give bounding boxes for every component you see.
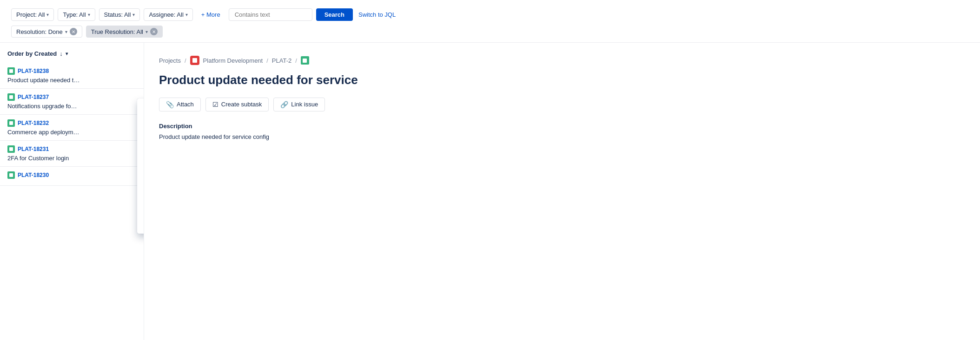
svg-rect-3 (9, 147, 13, 151)
link-issue-button[interactable]: 🔗 Link issue (273, 98, 325, 111)
contains-text-input[interactable] (229, 8, 312, 21)
true-resolution-dropdown: between 3 and Support Report ticket reso… (137, 98, 144, 234)
issue-title: 2FA for Customer login (7, 155, 136, 162)
order-chevron-icon: ▾ (66, 51, 68, 56)
filter-row-active: Resolution: Done ▾ ✕ True Resolution: Al… (11, 26, 969, 38)
more-button[interactable]: + More (197, 9, 225, 20)
subtask-icon: ☑ (212, 101, 219, 108)
link-label: Link issue (291, 101, 318, 108)
status-chevron-icon: ▾ (132, 12, 135, 17)
type-filter-label: Type: All (63, 11, 86, 18)
issue-item[interactable]: PLAT-18237 Notifications upgrade fo… (0, 89, 144, 115)
link-icon: 🔗 (280, 101, 288, 108)
issue-type-icon (7, 119, 15, 127)
type-chevron-icon: ▾ (88, 12, 90, 17)
issue-key: PLAT-18231 (18, 146, 49, 152)
attach-button[interactable]: 📎 Attach (159, 98, 201, 111)
description-section: Description Product update needed for se… (159, 123, 965, 140)
type-filter[interactable]: Type: All ▾ (58, 8, 95, 21)
assignee-filter-label: Assignee: All (149, 11, 183, 18)
description-label: Description (159, 123, 965, 130)
switch-to-jql-link[interactable]: Switch to JQL (358, 11, 396, 18)
issue-key: PLAT-18232 (18, 120, 49, 126)
search-button[interactable]: Search (316, 8, 353, 21)
issue-key: PLAT-18237 (18, 94, 49, 100)
attach-icon: 📎 (166, 101, 174, 108)
issue-key: PLAT-18238 (18, 68, 49, 74)
issue-item[interactable]: PLAT-18232 Commerce app deploym… (0, 115, 144, 141)
project-icon (190, 56, 199, 65)
breadcrumb-project-name[interactable]: Platform Development (203, 57, 263, 64)
issue-title: Notifications upgrade fo… (7, 103, 136, 110)
project-filter[interactable]: Project: All ▾ (11, 8, 54, 21)
issue-title: Product update needed t… (7, 77, 136, 84)
svg-rect-4 (9, 173, 13, 177)
issue-type-icon (7, 93, 15, 101)
create-subtask-button[interactable]: ☑ Create subtask (205, 98, 269, 111)
assignee-filter[interactable]: Assignee: All ▾ (144, 8, 192, 21)
order-bar[interactable]: Order by Created ↓ ▾ (0, 50, 144, 63)
filter-bar: Project: All ▾ Type: All ▾ Status: All ▾… (0, 0, 980, 43)
resolution-filter-label: Resolution: Done (16, 28, 63, 35)
issue-item[interactable]: PLAT-18230 (0, 167, 144, 186)
assignee-chevron-icon: ▾ (185, 12, 188, 17)
issue-type-icon (7, 67, 15, 75)
more-label: + More (201, 11, 220, 18)
subtask-label: Create subtask (221, 101, 262, 108)
svg-rect-5 (192, 58, 197, 63)
main-content: Order by Created ↓ ▾ PLAT-18238 Product … (0, 43, 980, 340)
breadcrumb-issue-type-icon (301, 56, 309, 65)
issue-list: PLAT-18238 Product update needed t… PLAT… (0, 63, 144, 186)
svg-rect-0 (9, 69, 13, 73)
status-filter[interactable]: Status: All ▾ (99, 8, 140, 21)
filter-row-primary: Project: All ▾ Type: All ▾ Status: All ▾… (11, 8, 969, 21)
true-resolution-filter-label: True Resolution: All (91, 28, 143, 35)
breadcrumb-issue-key[interactable]: PLAT-2 (272, 57, 291, 64)
status-filter-label: Status: All (104, 11, 131, 18)
detail-title: Product update needed for service (159, 72, 965, 88)
issue-type-icon (7, 145, 15, 153)
breadcrumb-projects[interactable]: Projects (159, 57, 181, 64)
svg-rect-1 (9, 95, 13, 99)
true-resolution-filter-active[interactable]: True Resolution: All ▾ ✕ (86, 26, 163, 38)
resolution-filter-active[interactable]: Resolution: Done ▾ ✕ (11, 26, 82, 38)
breadcrumb-sep3: / (295, 57, 297, 64)
true-resolution-close-icon[interactable]: ✕ (150, 28, 158, 35)
true-resolution-chevron-icon: ▾ (146, 29, 148, 34)
issue-key: PLAT-18230 (18, 172, 49, 178)
issue-item[interactable]: PLAT-18231 2FA for Customer login (0, 141, 144, 167)
description-text: Product update needed for service config (159, 133, 965, 140)
issue-type-icon (7, 171, 15, 179)
issue-title: Commerce app deploym… (7, 129, 136, 136)
order-arrow-icon: ↓ (60, 50, 63, 57)
project-chevron-icon: ▾ (46, 12, 49, 17)
breadcrumb-sep1: / (185, 57, 186, 64)
project-filter-label: Project: All (16, 11, 45, 18)
issue-item[interactable]: PLAT-18238 Product update needed t… (0, 63, 144, 89)
resolution-close-icon[interactable]: ✕ (70, 28, 77, 35)
breadcrumb: Projects / Platform Development / PLAT-2… (159, 56, 965, 65)
resolution-chevron-icon: ▾ (65, 29, 67, 34)
attach-label: Attach (177, 101, 194, 108)
left-panel: Order by Created ↓ ▾ PLAT-18238 Product … (0, 43, 144, 340)
breadcrumb-sep2: / (266, 57, 268, 64)
right-panel: Projects / Platform Development / PLAT-2… (144, 43, 980, 340)
svg-rect-6 (303, 59, 307, 63)
svg-rect-2 (9, 121, 13, 125)
action-buttons: 📎 Attach ☑ Create subtask 🔗 Link issue (159, 98, 965, 111)
order-label: Order by Created (7, 50, 57, 57)
